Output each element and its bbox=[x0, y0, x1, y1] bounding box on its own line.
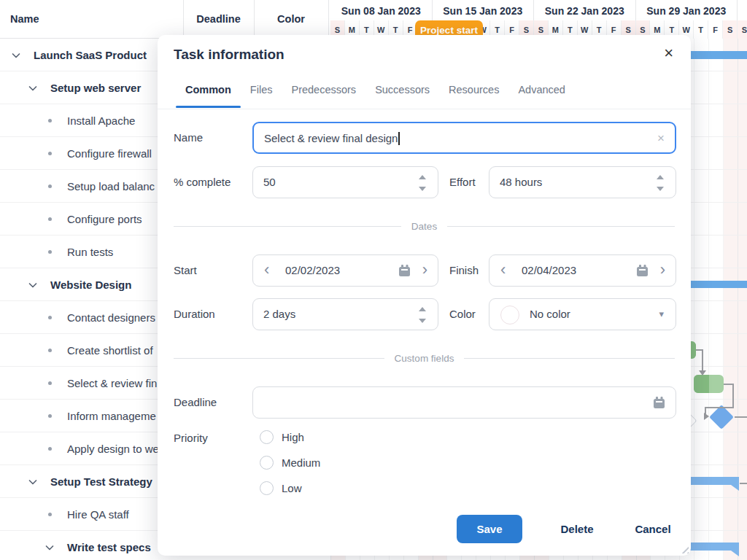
chevron-down-icon[interactable] bbox=[27, 82, 39, 94]
task-name: Setup load balanc bbox=[67, 170, 155, 203]
chevron-down-icon[interactable] bbox=[27, 476, 39, 488]
dependency-line bbox=[740, 483, 747, 484]
step-up-icon[interactable] bbox=[419, 175, 426, 179]
duration-input[interactable]: 2 days bbox=[252, 298, 438, 330]
custom-fields-divider: Custom fields bbox=[174, 352, 675, 364]
chevron-right-icon[interactable]: › bbox=[660, 255, 665, 284]
cancel-button[interactable]: Cancel bbox=[616, 515, 689, 543]
task-progress bbox=[694, 375, 709, 393]
task-name: Select & review fin bbox=[67, 367, 157, 400]
chevron-down-icon[interactable]: ▾ bbox=[659, 299, 664, 330]
task-bar[interactable] bbox=[694, 375, 724, 393]
chevron-left-icon[interactable]: ‹ bbox=[500, 255, 506, 284]
task-name: Configure ports bbox=[67, 203, 142, 236]
tab-advanced[interactable]: Advanced bbox=[508, 83, 575, 108]
task-name: Contact designers bbox=[67, 301, 155, 334]
dependency-arrow bbox=[699, 370, 706, 376]
color-value: No color bbox=[530, 299, 570, 330]
color-select[interactable]: No color ▾ bbox=[489, 298, 676, 330]
priority-radio-high[interactable]: High bbox=[260, 429, 406, 446]
task-name: Website Design bbox=[50, 268, 131, 301]
effort-input[interactable]: 48 hours bbox=[489, 166, 676, 198]
tab-bar: Common Files Predecessors Successors Res… bbox=[176, 83, 575, 108]
bullet-icon bbox=[48, 184, 52, 188]
day-header-cell: S bbox=[738, 20, 747, 39]
step-down-icon[interactable] bbox=[419, 319, 426, 323]
column-header-deadline[interactable]: Deadline bbox=[183, 0, 254, 39]
delete-button[interactable]: Delete bbox=[541, 515, 614, 543]
bullet-icon bbox=[48, 217, 52, 221]
step-down-icon[interactable] bbox=[657, 187, 664, 191]
calendar-icon[interactable] bbox=[654, 399, 665, 408]
priority-radio-low[interactable]: Low bbox=[260, 480, 406, 497]
task-name: Hire QA staff bbox=[67, 498, 129, 531]
name-value: Select & review final design bbox=[264, 132, 398, 144]
start-date-input[interactable]: ‹ 02/02/2023 › bbox=[252, 254, 438, 287]
close-icon[interactable]: × bbox=[664, 45, 673, 61]
name-label: Name bbox=[174, 122, 203, 154]
chevron-down-icon[interactable] bbox=[27, 279, 39, 291]
column-header-name[interactable]: Name bbox=[10, 0, 39, 39]
percent-complete-input[interactable]: 50 bbox=[252, 166, 438, 198]
tab-successors[interactable]: Successors bbox=[365, 83, 439, 108]
bullet-icon bbox=[48, 381, 52, 385]
number-stepper[interactable] bbox=[419, 306, 426, 324]
chevron-left-icon[interactable]: ‹ bbox=[264, 255, 269, 284]
timeline-week-header: Sun 08 Jan 2023Sun 15 Jan 2023Sun 22 Jan… bbox=[328, 0, 747, 20]
calendar-icon[interactable] bbox=[399, 267, 410, 276]
effort-value: 48 hours bbox=[500, 167, 542, 198]
tab-common[interactable]: Common bbox=[176, 83, 241, 108]
calendar-icon[interactable] bbox=[637, 267, 648, 276]
name-input[interactable]: Select & review final design × bbox=[252, 122, 676, 154]
clear-icon[interactable]: × bbox=[657, 123, 665, 154]
day-header-cell: T bbox=[694, 20, 708, 39]
bullet-icon bbox=[48, 119, 52, 122]
percent-complete-label: % complete bbox=[174, 166, 231, 198]
tab-files[interactable]: Files bbox=[241, 83, 282, 108]
tab-resources[interactable]: Resources bbox=[439, 83, 508, 108]
resize-handle[interactable] bbox=[679, 544, 689, 553]
column-divider bbox=[183, 0, 184, 39]
week-header-cell: Sun 22 Jan 2023 bbox=[534, 0, 636, 20]
percent-value: 50 bbox=[263, 167, 276, 198]
task-name: Apply design to we bbox=[67, 432, 159, 465]
bullet-icon bbox=[48, 349, 52, 352]
dependency-line bbox=[702, 349, 703, 372]
step-up-icon[interactable] bbox=[657, 175, 664, 179]
tab-predecessors[interactable]: Predecessors bbox=[282, 83, 365, 108]
finish-date-input[interactable]: ‹ 02/04/2023 › bbox=[489, 254, 676, 287]
week-header-cell: Sun 08 Jan 2023 bbox=[330, 0, 433, 20]
deadline-label: Deadline bbox=[174, 386, 217, 419]
radio-icon[interactable] bbox=[260, 430, 274, 444]
dependency-arrow bbox=[704, 413, 709, 420]
chevron-down-icon[interactable] bbox=[10, 50, 22, 61]
bullet-icon bbox=[48, 414, 52, 418]
number-stepper[interactable] bbox=[419, 174, 426, 192]
text-cursor bbox=[398, 132, 400, 145]
chevron-right-icon[interactable]: › bbox=[422, 255, 427, 284]
step-up-icon[interactable] bbox=[419, 307, 426, 311]
save-button[interactable]: Save bbox=[457, 515, 522, 543]
duration-value: 2 days bbox=[263, 299, 295, 330]
week-header-cell: Sun 15 Jan 2023 bbox=[433, 0, 535, 20]
color-label: Color bbox=[449, 298, 476, 330]
task-name: Setup Test Strategy bbox=[50, 465, 152, 498]
week-header-cell: Sun 05 Feb 2023 bbox=[738, 0, 747, 20]
radio-icon[interactable] bbox=[260, 456, 274, 470]
number-stepper[interactable] bbox=[657, 174, 664, 192]
chevron-down-icon[interactable] bbox=[44, 542, 55, 553]
column-header-color[interactable]: Color bbox=[254, 0, 328, 39]
priority-label: Priority bbox=[174, 422, 208, 454]
effort-label: Effort bbox=[449, 166, 476, 198]
priority-radio-medium[interactable]: Medium bbox=[260, 454, 406, 472]
radio-icon[interactable] bbox=[260, 481, 274, 495]
dependency-line bbox=[705, 407, 734, 408]
dialog-title: Task information bbox=[174, 47, 285, 63]
task-name: Run tests bbox=[67, 236, 113, 268]
deadline-input[interactable] bbox=[252, 386, 676, 419]
task-information-dialog: Task information × Common Files Predeces… bbox=[158, 35, 691, 556]
step-down-icon[interactable] bbox=[419, 187, 426, 191]
day-header-cell: S bbox=[723, 20, 738, 39]
task-name: Launch SaaS Product bbox=[34, 39, 147, 71]
column-divider bbox=[254, 0, 255, 39]
